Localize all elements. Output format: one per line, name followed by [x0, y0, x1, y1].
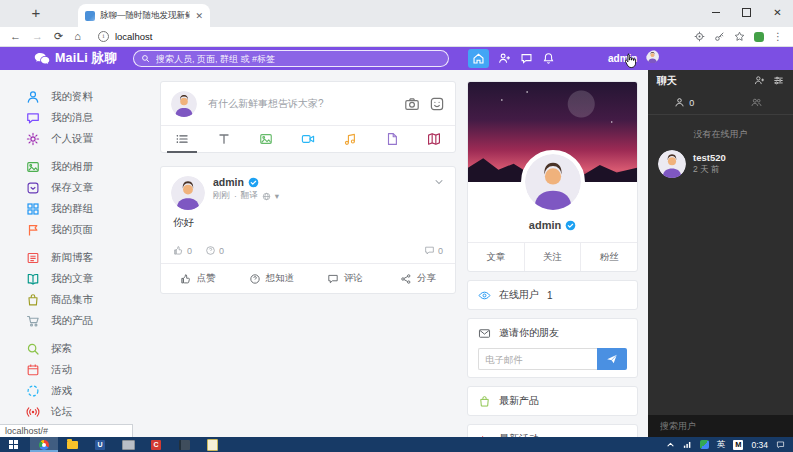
tab-file-post[interactable]	[371, 126, 413, 152]
sidebar-item-articles[interactable]: 我的文章	[26, 268, 152, 289]
wonder-button[interactable]: 想知道	[235, 272, 309, 285]
extension-icon[interactable]	[754, 32, 764, 42]
like-button[interactable]: 点赞	[161, 272, 235, 285]
bookmark-star-icon[interactable]	[734, 31, 745, 42]
sidebar-item-products[interactable]: 我的产品	[26, 310, 152, 331]
share-button[interactable]: 分享	[382, 272, 456, 285]
chevron-up-icon[interactable]	[666, 440, 675, 449]
sidebar-item-blog[interactable]: 新闻博客	[26, 247, 152, 268]
tab-music-post[interactable]	[329, 126, 371, 152]
tab-close-icon[interactable]: ✕	[195, 11, 203, 21]
nav-messages-button[interactable]	[520, 52, 533, 65]
music-icon	[343, 132, 357, 146]
latest-products-label: 最新产品	[499, 394, 539, 408]
tab-map-post[interactable]	[413, 126, 455, 152]
profile-tab-following[interactable]: 关注	[524, 243, 581, 271]
header-username[interactable]: admin	[608, 53, 637, 64]
like-count[interactable]: 0	[173, 245, 192, 256]
window-maximize-button[interactable]	[731, 0, 762, 25]
chat-add-user-icon[interactable]	[754, 75, 765, 86]
ime-color-icon[interactable]	[700, 440, 709, 449]
browser-tab[interactable]: 脉聊—随时随地发现新鲜 ✕	[78, 4, 210, 27]
chat-user-item[interactable]: test520 2 天 前	[648, 141, 793, 178]
sidebar-item-market[interactable]: 商品集市	[26, 289, 152, 310]
profile-avatar[interactable]	[521, 150, 585, 214]
privacy-caret-icon[interactable]: ▾	[275, 191, 279, 201]
address-bar[interactable]: i localhost	[92, 29, 683, 44]
header-search-input[interactable]	[154, 53, 441, 65]
chat-search[interactable]	[648, 415, 793, 437]
profile-tab-followers[interactable]: 粉丝	[580, 243, 637, 271]
chat-tab-groups[interactable]	[721, 91, 793, 114]
sidebar-item-groups[interactable]: 我的群组	[26, 198, 152, 219]
url-text: localhost	[115, 31, 153, 42]
sidebar-item-messages[interactable]: 我的消息	[26, 107, 152, 128]
sidebar-item-events[interactable]: 活动	[26, 359, 152, 380]
ime-m-icon[interactable]: M	[733, 440, 743, 450]
nav-add-friend-button[interactable]	[498, 52, 511, 65]
chat-settings-sliders-icon[interactable]	[773, 75, 784, 86]
browser-menu-icon[interactable]: ⋮	[773, 31, 783, 42]
action-center-icon[interactable]	[776, 440, 785, 449]
window-minimize-button[interactable]	[700, 0, 731, 25]
send-to-device-icon[interactable]	[694, 31, 705, 42]
sidebar-label: 商品集市	[51, 293, 93, 307]
site-info-icon[interactable]: i	[98, 31, 109, 42]
taskbar-reader-app-icon[interactable]	[170, 437, 198, 452]
invite-email-input[interactable]	[478, 348, 597, 370]
nav-home-button[interactable]	[468, 49, 489, 68]
post-avatar[interactable]	[171, 176, 205, 210]
comment-count[interactable]: 0	[424, 245, 443, 256]
tab-video-post[interactable]	[287, 126, 329, 152]
sidebar-item-forum[interactable]: 论坛	[26, 401, 152, 422]
sidebar-item-pages[interactable]: 我的页面	[26, 219, 152, 240]
comment-button[interactable]: 评论	[308, 272, 382, 285]
taskbar-u-app-icon[interactable]: U	[86, 437, 114, 452]
chat-search-input[interactable]	[658, 420, 783, 432]
sidebar-item-profile[interactable]: 我的资料	[26, 86, 152, 107]
nav-notifications-button[interactable]	[542, 52, 555, 65]
post-menu-chevron-icon[interactable]	[433, 176, 445, 188]
window-close-button[interactable]: ✕	[762, 0, 793, 25]
sticker-icon[interactable]	[429, 96, 445, 112]
header-avatar[interactable]	[646, 50, 664, 68]
tab-photo-post[interactable]	[245, 126, 287, 152]
header-search[interactable]	[133, 50, 449, 67]
sidebar-item-explore[interactable]: 探索	[26, 338, 152, 359]
tab-text-post[interactable]	[203, 126, 245, 152]
chat-tab-contacts[interactable]: 0	[648, 91, 721, 114]
taskbar-c-app-icon[interactable]: C	[142, 437, 170, 452]
taskbar-clock[interactable]: 0:34	[751, 440, 768, 450]
back-icon[interactable]: ←	[10, 31, 21, 42]
profile-name[interactable]: admin	[529, 219, 561, 231]
sidebar-item-albums[interactable]: 我的相册	[26, 156, 152, 177]
new-tab-button[interactable]: +	[28, 5, 44, 21]
sidebar-label: 我的产品	[51, 314, 93, 328]
taskbar-chrome-icon[interactable]	[30, 437, 58, 452]
sidebar-item-games[interactable]: 游戏	[26, 380, 152, 401]
composer-input[interactable]	[206, 97, 395, 110]
wonder-count[interactable]: 0	[205, 245, 224, 256]
feed-list-icon	[175, 132, 189, 146]
brand[interactable]: MaiLi 脉聊	[34, 50, 117, 67]
post-translate-link[interactable]: 翻译	[241, 190, 258, 202]
password-key-icon[interactable]	[714, 31, 725, 42]
sidebar-item-saved[interactable]: 保存文章	[26, 177, 152, 198]
tab-feed[interactable]	[161, 126, 203, 152]
paper-plane-icon	[606, 353, 618, 365]
taskbar-desktop-app-icon[interactable]	[114, 437, 142, 452]
home-icon[interactable]: ⌂	[74, 31, 81, 42]
reload-icon[interactable]: ⟳	[54, 31, 63, 42]
start-button[interactable]	[0, 437, 26, 452]
post-time[interactable]: 刚刚	[213, 190, 230, 202]
forward-icon[interactable]: →	[32, 31, 43, 42]
lang-indicator[interactable]: 英	[717, 439, 726, 451]
profile-tab-articles[interactable]: 文章	[468, 243, 524, 271]
post-author-name[interactable]: admin	[213, 176, 244, 188]
network-icon[interactable]	[683, 440, 692, 449]
camera-icon[interactable]	[404, 96, 420, 112]
taskbar-explorer-icon[interactable]	[58, 437, 86, 452]
sidebar-item-settings[interactable]: 个人设置	[26, 128, 152, 149]
invite-send-button[interactable]	[597, 348, 627, 370]
taskbar-notes-app-icon[interactable]	[198, 437, 226, 452]
